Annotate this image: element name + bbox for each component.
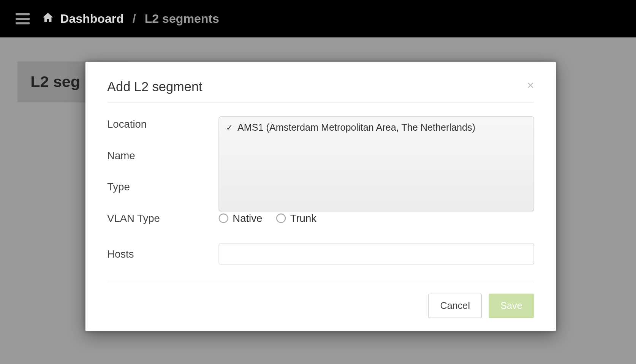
location-label: Location — [107, 118, 219, 130]
location-dropdown[interactable]: ✓ AMS1 (Amsterdam Metropolitan Area, The… — [219, 116, 534, 211]
hosts-label: Hosts — [107, 248, 219, 260]
breadcrumb-current: L2 segments — [145, 12, 219, 26]
divider — [107, 102, 534, 102]
type-label: Type — [107, 181, 219, 193]
hosts-input[interactable] — [219, 244, 534, 264]
radio-label-trunk: Trunk — [290, 212, 316, 224]
close-icon[interactable]: × — [527, 79, 534, 92]
modal-title: Add L2 segment — [107, 79, 203, 94]
breadcrumb-separator: / — [133, 12, 136, 26]
cancel-button[interactable]: Cancel — [429, 294, 482, 318]
location-option-ams1[interactable]: ✓ AMS1 (Amsterdam Metropolitan Area, The… — [226, 121, 527, 134]
vlan-type-trunk-radio[interactable]: Trunk — [276, 212, 316, 224]
check-icon: ✓ — [226, 123, 233, 132]
save-button[interactable]: Save — [489, 294, 534, 318]
breadcrumb-home-link[interactable]: Dashboard — [60, 12, 124, 26]
radio-icon — [219, 214, 228, 223]
vlan-type-label: VLAN Type — [107, 212, 219, 224]
radio-label-native: Native — [233, 212, 262, 224]
name-label: Name — [107, 149, 219, 161]
radio-icon — [276, 214, 286, 223]
breadcrumb: Dashboard / L2 segments — [42, 11, 219, 26]
add-l2-segment-modal: Add L2 segment × Location ✓ AMS1 (Amster… — [85, 62, 556, 331]
page-background: L2 seg Add L2 segment × Location ✓ AMS1 … — [0, 38, 636, 364]
top-navigation-bar: Dashboard / L2 segments — [0, 0, 636, 38]
location-option-label: AMS1 (Amsterdam Metropolitan Area, The N… — [237, 122, 475, 133]
hamburger-menu-icon[interactable] — [16, 13, 30, 24]
home-icon[interactable] — [42, 11, 54, 26]
vlan-type-native-radio[interactable]: Native — [219, 212, 263, 224]
